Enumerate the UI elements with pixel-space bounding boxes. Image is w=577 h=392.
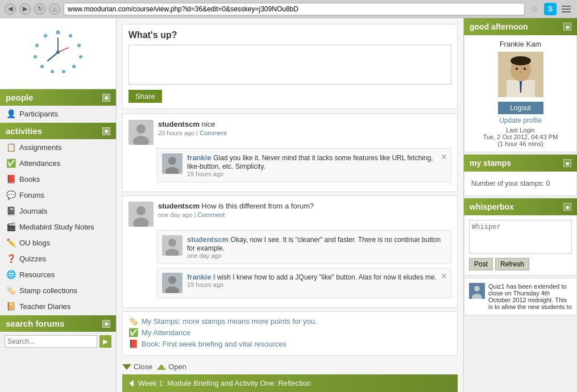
last-login-section: Last Login Tue, 2 Oct 2012, 04:43 PM (1 … <box>469 127 572 147</box>
svg-point-39 <box>474 286 480 291</box>
forward-button[interactable]: ▶ <box>19 3 31 15</box>
main-layout: people ■ 👤 Participants activities ■ 📋 A… <box>0 18 577 392</box>
whisper-refresh-button[interactable]: Refresh <box>495 258 529 270</box>
svg-point-2 <box>77 44 81 47</box>
sidebar-item-forums[interactable]: 💬 Forums <box>0 187 116 203</box>
my-stamps-header-label: my stamps <box>470 159 511 168</box>
svg-point-35 <box>510 56 531 65</box>
post-1-username: studentscm <box>158 120 200 128</box>
post-1-message: studentscm nice <box>158 120 451 128</box>
my-attendance-label: My Attendance <box>142 328 190 337</box>
activities-collapse-btn[interactable]: ■ <box>102 127 110 135</box>
close-button[interactable]: Close <box>122 362 152 371</box>
svg-point-28 <box>168 276 176 284</box>
stamp-collections-label: Stamp collections <box>19 286 77 295</box>
whisper-post-button[interactable]: Post <box>469 258 493 270</box>
reply-1-1-delete-icon[interactable]: ✕ <box>441 152 447 161</box>
whisper-textarea[interactable] <box>469 220 572 254</box>
book-link[interactable]: 📕 Book: First week briefing and vital re… <box>128 339 451 348</box>
my-attendance-link[interactable]: ✅ My Attendance <box>128 328 451 337</box>
sidebar-item-participants[interactable]: 👤 Participants <box>0 106 116 122</box>
sidebar-item-teacher-diaries[interactable]: 📔 Teacher Diaries <box>0 298 116 314</box>
journals-icon: 📓 <box>6 206 16 216</box>
post-2: studentscm How is this different from a … <box>122 195 458 308</box>
search-forums-button[interactable]: ▶ <box>99 335 111 348</box>
whats-up-textarea[interactable] <box>128 45 451 85</box>
open-button[interactable]: Open <box>157 362 186 371</box>
sidebar-item-ou-blogs[interactable]: ✏️ OU blogs <box>0 235 116 251</box>
browser-bar: ◀ ▶ ↻ ⌂ ☆ S <box>0 0 577 18</box>
book-icon: 📕 <box>128 339 138 348</box>
bookmark-icon[interactable]: ☆ <box>530 3 538 14</box>
sidebar-item-quizzes[interactable]: ❓ Quizzes <box>0 251 116 266</box>
sidebar-item-resources[interactable]: 🌐 Resources <box>0 266 116 282</box>
sidebar-item-assignments[interactable]: 📋 Assignments <box>0 139 116 155</box>
people-section-header[interactable]: people ■ <box>0 89 116 106</box>
my-stamps-link[interactable]: 🏷️ My Stamps: more stamps means more poi… <box>128 316 451 326</box>
menu-icon[interactable] <box>560 3 572 15</box>
share-button[interactable]: Share <box>128 90 162 103</box>
whisperbox-header-label: whisperbox <box>470 202 514 211</box>
search-forums-header[interactable]: search forums ■ <box>0 315 116 332</box>
sidebar-item-attendances[interactable]: ✅ Attendances <box>0 155 116 171</box>
update-profile-link[interactable]: Update profile <box>469 116 572 124</box>
logout-button[interactable]: Logout <box>498 102 543 114</box>
quizzes-icon: ❓ <box>6 253 16 264</box>
content-area: What's up? Share studentscm nice <box>117 18 463 392</box>
reply-1-1-avatar <box>162 153 182 174</box>
assignments-icon: 📋 <box>6 142 16 152</box>
svg-point-36 <box>516 68 518 70</box>
user-avatar <box>498 52 543 97</box>
refresh-button[interactable]: ↻ <box>34 3 45 15</box>
people-label: people <box>6 93 33 102</box>
forums-label: Forums <box>19 191 44 199</box>
activities-label: activities <box>6 126 42 136</box>
post-2-content: studentscm How is this different from a … <box>158 202 451 218</box>
svg-point-6 <box>51 70 54 73</box>
svg-point-10 <box>44 34 47 37</box>
reply-2-1-time: one day ago <box>187 252 446 259</box>
greeting-collapse-btn[interactable]: ■ <box>563 23 571 31</box>
whisperbox-header: whisperbox ■ <box>464 198 577 215</box>
search-forums-collapse-btn[interactable]: ■ <box>102 320 110 328</box>
search-forums-input[interactable] <box>5 335 97 348</box>
ou-blogs-icon: ✏️ <box>6 237 16 248</box>
journals-label: Journals <box>19 207 47 215</box>
assignments-label: Assignments <box>19 143 61 152</box>
sidebar-item-stamp-collections[interactable]: 🏷️ Stamp collections <box>0 282 116 298</box>
svg-point-14 <box>56 51 60 54</box>
mediabird-label: Mediabird Study Notes <box>19 223 94 231</box>
week-1-header[interactable]: Week 1: Module Briefing and Activity One… <box>122 374 458 392</box>
sidebar-item-journals[interactable]: 📓 Journals <box>0 203 116 219</box>
greeting-section: good afternoon ■ Frankie Kam <box>464 18 577 152</box>
url-bar[interactable] <box>64 3 525 15</box>
sidebar-item-mediabird[interactable]: 🎬 Mediabird Study Notes <box>0 219 116 235</box>
back-button[interactable]: ◀ <box>5 3 16 15</box>
post-1-text: nice <box>202 120 215 128</box>
svg-point-7 <box>40 65 44 68</box>
post-2-comment-link[interactable]: Comment <box>198 211 225 218</box>
my-stamps-collapse-btn[interactable]: ■ <box>563 159 571 167</box>
resources-label: Resources <box>19 270 55 279</box>
svg-point-9 <box>35 44 39 47</box>
sidebar-item-books[interactable]: 📕 Books <box>0 171 116 187</box>
post-2-time: one day ago <box>158 211 193 218</box>
whisperbox-collapse-btn[interactable]: ■ <box>563 203 571 211</box>
whisperbox-section: whisperbox ■ Post Refresh <box>464 198 577 276</box>
close-triangle-icon <box>122 364 131 370</box>
home-button[interactable]: ⌂ <box>49 3 60 15</box>
reply-2-2-delete-icon[interactable]: ✕ <box>441 272 447 281</box>
people-collapse-btn[interactable]: ■ <box>102 94 110 102</box>
mediabird-icon: 🎬 <box>6 222 16 232</box>
reply-2-1-username: studentscm <box>187 235 229 244</box>
reply-2-2: frankie I wish I knew how to add a JQuer… <box>157 268 451 298</box>
attendances-label: Attendances <box>19 159 60 168</box>
post-1-comment-link[interactable]: Comment <box>200 130 227 136</box>
ou-blogs-label: OU blogs <box>19 239 50 247</box>
my-attendance-icon: ✅ <box>128 328 138 337</box>
sidebar-logo <box>0 18 116 88</box>
greeting-body: Frankie Kam <box>464 35 577 152</box>
participants-icon: 👤 <box>6 109 16 119</box>
activities-section-header[interactable]: activities ■ <box>0 123 116 139</box>
resources-icon: 🌐 <box>6 269 16 280</box>
